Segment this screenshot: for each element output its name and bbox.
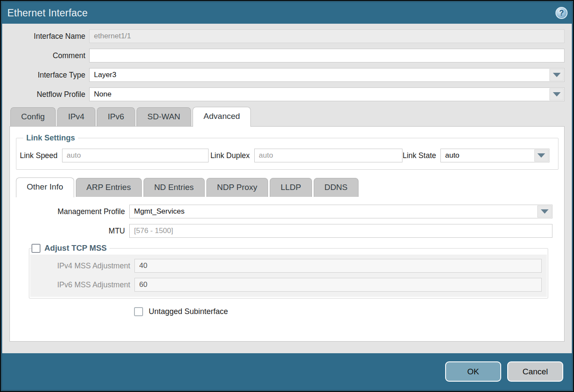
link-settings-legend: Link Settings xyxy=(23,134,78,143)
mss-disabled-area: IPv4 MSS Adjustment IPv6 MSS Adjustment xyxy=(30,255,547,297)
netflow-profile-dropdown-button[interactable] xyxy=(549,88,564,100)
tab-sd-wan[interactable]: SD-WAN xyxy=(137,107,191,126)
chevron-down-icon xyxy=(553,92,561,96)
subtab-ndp-proxy[interactable]: NDP Proxy xyxy=(206,178,268,197)
untagged-subinterface-row: Untagged Subinterface xyxy=(134,307,564,316)
dialog-frame: Ethernet Interface ? Interface Name Comm… xyxy=(1,1,573,391)
link-duplex-group: Link Duplex xyxy=(210,149,359,162)
link-state-label: Link State xyxy=(402,151,440,160)
subtab-nd-entries[interactable]: ND Entries xyxy=(144,178,205,197)
management-profile-value: Mgmt_Services xyxy=(130,205,537,218)
link-speed-field[interactable] xyxy=(62,149,209,162)
interface-name-field xyxy=(89,29,565,43)
subtab-ddns[interactable]: DDNS xyxy=(314,178,359,197)
mtu-row: MTU xyxy=(10,224,552,238)
chevron-down-icon xyxy=(553,73,561,77)
comment-label: Comment xyxy=(9,51,89,60)
other-info-panel: Management Profile Mgmt_Services MTU xyxy=(10,197,564,316)
tab-advanced[interactable]: Advanced xyxy=(193,107,251,127)
adjust-tcp-mss-checkbox[interactable] xyxy=(31,244,41,253)
interface-type-value: Layer3 xyxy=(90,68,549,81)
subtab-lldp[interactable]: LLDP xyxy=(270,178,312,197)
mtu-field[interactable] xyxy=(129,224,552,238)
cancel-button[interactable]: Cancel xyxy=(507,361,563,382)
ok-button[interactable]: OK xyxy=(445,361,501,382)
ipv4-mss-label: IPv4 MSS Adjustment xyxy=(30,261,134,271)
ipv4-mss-field xyxy=(134,259,542,273)
tab-config[interactable]: Config xyxy=(10,107,56,126)
help-icon[interactable]: ? xyxy=(555,7,568,19)
adjust-tcp-mss-fieldset: Adjust TCP MSS IPv4 MSS Adjustment IPv6 … xyxy=(29,243,548,299)
tab-ipv6[interactable]: IPv6 xyxy=(97,107,135,126)
adjust-tcp-mss-legend-text: Adjust TCP MSS xyxy=(44,243,107,253)
main-tab-strip: Config IPv4 IPv6 SD-WAN Advanced xyxy=(9,107,565,126)
adjust-tcp-mss-legend: Adjust TCP MSS xyxy=(31,243,109,253)
netflow-profile-dropdown[interactable]: None xyxy=(89,87,565,101)
tab-ipv4[interactable]: IPv4 xyxy=(57,107,95,126)
untagged-subinterface-checkbox[interactable] xyxy=(134,307,143,316)
management-profile-dropdown-button[interactable] xyxy=(537,205,552,218)
link-state-dropdown-button[interactable] xyxy=(534,149,549,162)
subtab-other-info[interactable]: Other Info xyxy=(16,177,74,197)
ipv6-mss-row: IPv6 MSS Adjustment xyxy=(30,278,542,292)
interface-type-dropdown-button[interactable] xyxy=(549,69,564,81)
subtab-arp-entries[interactable]: ARP Entries xyxy=(76,178,142,197)
netflow-profile-row: Netflow Profile None xyxy=(9,87,565,101)
dialog-body: Interface Name Comment Interface Type La… xyxy=(2,24,572,353)
link-state-value: auto xyxy=(441,149,534,162)
link-settings-fieldset: Link Settings Link Speed Link Duplex Lin… xyxy=(16,134,558,170)
mtu-label: MTU xyxy=(10,227,129,236)
ipv6-mss-field xyxy=(134,278,542,292)
management-profile-label: Management Profile xyxy=(10,207,129,216)
link-speed-group: Link Speed xyxy=(20,149,167,162)
management-profile-row: Management Profile Mgmt_Services xyxy=(10,205,552,218)
netflow-profile-value: None xyxy=(90,88,549,101)
link-state-dropdown[interactable]: auto xyxy=(440,149,549,162)
ethernet-interface-dialog: Ethernet Interface ? Interface Name Comm… xyxy=(0,0,574,392)
link-duplex-label: Link Duplex xyxy=(210,151,254,160)
dialog-title: Ethernet Interface xyxy=(7,7,87,19)
ipv6-mss-label: IPv6 MSS Adjustment xyxy=(30,280,134,289)
title-bar: Ethernet Interface ? xyxy=(2,2,572,24)
management-profile-dropdown[interactable]: Mgmt_Services xyxy=(129,205,552,218)
netflow-profile-label: Netflow Profile xyxy=(9,90,89,99)
sub-tab-strip: Other Info ARP Entries ND Entries NDP Pr… xyxy=(10,177,564,197)
link-speed-label: Link Speed xyxy=(20,151,62,160)
interface-type-dropdown[interactable]: Layer3 xyxy=(89,68,565,82)
comment-row: Comment xyxy=(9,49,565,62)
comment-field[interactable] xyxy=(89,49,565,62)
footer-bar: OK Cancel xyxy=(2,353,572,390)
interface-type-label: Interface Type xyxy=(9,71,89,80)
link-settings-row: Link Speed Link Duplex Link State auto xyxy=(20,145,555,162)
interface-name-row: Interface Name xyxy=(9,29,565,43)
chevron-down-icon xyxy=(537,153,545,158)
interface-type-row: Interface Type Layer3 xyxy=(9,68,565,82)
link-state-group: Link State auto xyxy=(402,149,549,162)
untagged-subinterface-label: Untagged Subinterface xyxy=(149,307,228,316)
chevron-down-icon xyxy=(541,209,549,214)
link-duplex-field[interactable] xyxy=(254,149,402,162)
interface-name-label: Interface Name xyxy=(9,32,89,41)
advanced-tab-panel: Link Settings Link Speed Link Duplex Lin… xyxy=(9,126,565,342)
ipv4-mss-row: IPv4 MSS Adjustment xyxy=(30,259,542,273)
